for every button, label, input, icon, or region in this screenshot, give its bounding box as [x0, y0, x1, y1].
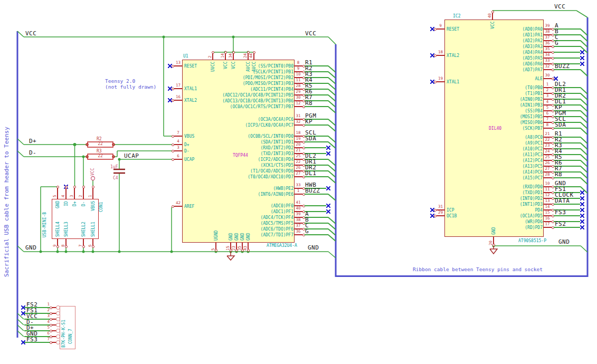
pin-number: 30: [292, 95, 304, 100]
no-connect-x: [554, 76, 558, 81]
pin-number: 6: [88, 244, 92, 247]
pin-stub: [74, 187, 75, 199]
pin-name: (SDA/INT1)PD1: [209, 140, 293, 145]
pin-name: (HWB)PE2: [209, 186, 293, 191]
pin-number: 11: [292, 78, 304, 82]
pin-number: 27: [292, 171, 304, 176]
pin-number: 39: [542, 24, 553, 28]
pin-number: 27: [542, 167, 553, 171]
pin-name: ICP: [447, 208, 454, 213]
pin-name: GND: [229, 233, 233, 241]
pin-number: 9: [53, 244, 57, 247]
pin-stub: [295, 106, 302, 107]
pin-number: 17: [542, 222, 553, 226]
net-label-gnd-ic2: GND: [558, 239, 570, 245]
wire: [305, 124, 328, 126]
pin-name: PD4: [458, 208, 543, 213]
pin-number: 5: [211, 248, 215, 251]
ground-symbols: [227, 246, 497, 260]
pin-number: 2: [79, 195, 83, 197]
pin-name: (A13)PC5: [458, 164, 543, 169]
wire: [554, 52, 580, 53]
pin-number: 15: [542, 210, 553, 215]
pin-number: 13: [542, 199, 553, 203]
wire: [554, 204, 580, 205]
net-label-vcc-left: VCC: [25, 31, 36, 37]
pin-name: (T0/OC4D/ADC10)PD7: [209, 175, 293, 179]
wire: [554, 46, 581, 47]
net-label: FS2: [555, 221, 566, 227]
pin-name: (AD7)PA7: [458, 68, 543, 72]
wire: [554, 58, 580, 59]
net-label: DL1: [305, 170, 316, 177]
wire: [305, 141, 328, 142]
pin-name: (AD1)PA1: [458, 33, 543, 37]
pin-name: SHELL4: [55, 222, 60, 237]
pin-number: 36: [542, 41, 553, 45]
pin-name: GND: [240, 233, 245, 241]
net-label-gnd-u1: GND: [308, 245, 319, 251]
pin-name: GND: [55, 201, 60, 208]
pin-name: (A10)PC2: [458, 147, 543, 151]
pin-name: SHELL2: [81, 222, 86, 237]
wire: [305, 106, 328, 107]
no-connect-x: [430, 208, 434, 212]
pin-name: (A9)PC1: [458, 141, 543, 146]
con1-value: USB-MINI-B: [42, 212, 47, 237]
no-connect-x: [21, 305, 25, 310]
pin-name: VCC: [223, 62, 228, 69]
pin-number: 42: [173, 201, 184, 205]
net-label: R8: [305, 100, 312, 107]
pin-pad-icon: [212, 51, 214, 54]
pin-number: 35: [542, 47, 553, 51]
pin-number: 43: [243, 246, 248, 251]
conn7-ref: CONN_7: [68, 329, 73, 344]
pin-name: UCAP: [184, 157, 194, 162]
net-label: BUZZ: [555, 63, 570, 70]
pin-name: SHELL1: [91, 222, 96, 237]
pin-number: 31: [292, 114, 304, 118]
no-connect-x: [326, 151, 330, 156]
no-connect-x: [580, 56, 584, 60]
net-label: SDA: [555, 122, 566, 128]
no-connect-x: [430, 80, 434, 84]
pin-name: D-: [81, 201, 86, 206]
pin-name: XTAL1: [447, 80, 459, 84]
pin-number: 4: [542, 100, 553, 104]
net-label: G: [305, 228, 309, 235]
pin-name: (XCK1/CTS)PD5: [209, 163, 293, 168]
net-label-dminus: D-: [29, 150, 36, 156]
pin-name: D+: [72, 201, 77, 206]
pin-name: (AD2)PA2: [458, 39, 543, 43]
pin-number: 33: [542, 59, 553, 63]
pin-number: 12: [542, 193, 553, 197]
pin-number: 29: [292, 90, 304, 94]
no-connect-x: [580, 219, 584, 224]
pin-name: RESET: [184, 64, 197, 69]
pin-name: (AIN1)PB3: [458, 103, 543, 108]
net-label: R8: [555, 171, 562, 178]
pin-number: 21: [542, 132, 553, 136]
pin-number: 7: [44, 337, 50, 341]
pin-pad-icon: [172, 135, 174, 138]
pin-name: ALE: [458, 76, 543, 81]
pin-number: 22: [292, 160, 304, 164]
pin-stub: [295, 234, 302, 235]
pin-stub: [437, 81, 444, 82]
net-label-ucap: UCAP: [124, 153, 139, 159]
pin-number: 8: [292, 61, 304, 65]
pin-name: GND: [491, 227, 496, 235]
pin-number: 12: [292, 101, 304, 106]
wire: [554, 177, 581, 178]
pin-number: 18: [435, 50, 447, 54]
pin-number: 16: [173, 95, 184, 99]
pin-stub: [295, 176, 302, 177]
pin-name: (MISO)PB6: [458, 120, 543, 125]
pin-name: (ICP2/ADC8)PD4: [209, 157, 293, 162]
pin-stub: [174, 100, 182, 101]
pin-pad-icon: [65, 186, 68, 188]
pin-number: 1: [292, 189, 304, 193]
pin-pad-icon: [172, 158, 174, 161]
no-connect-x: [326, 209, 330, 214]
pin-stub: [544, 78, 552, 79]
